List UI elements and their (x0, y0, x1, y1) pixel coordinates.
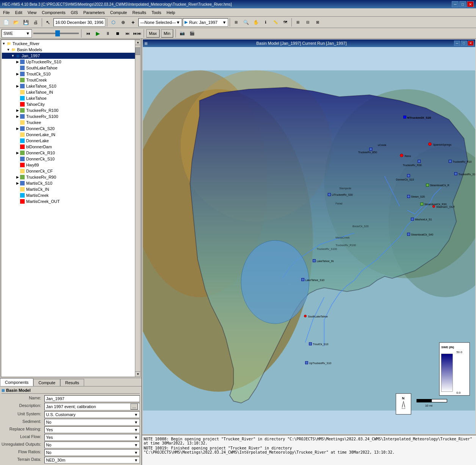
expand-icon[interactable]: ▶ (16, 175, 19, 179)
close-button[interactable]: ✕ (467, 1, 474, 7)
tree-scroll[interactable]: ▼ 📁 Truckee_River ▼ 📁 Basin Models ▼ ⊞ J (1, 40, 140, 377)
expand-basin-icon[interactable]: ▼ (6, 48, 10, 52)
tree-item-truckeery-r90[interactable]: ▶ TruckeeRv_R90 (2, 174, 139, 180)
sediment-dropdown-arrow[interactable]: ▼ (134, 420, 138, 424)
menu-parameters[interactable]: Parameters (81, 9, 107, 16)
tree-item-troutck[interactable]: ▶ TroutCk_S10 (2, 71, 139, 77)
tree-item-donnerck-r10[interactable]: ▶ DonnerCk_R10 (2, 150, 139, 156)
expand-icon[interactable]: ▶ (16, 127, 19, 130)
map-canvas[interactable]: NTruckeeDt_S20 SpanishSprings TruckeeRv_… (143, 47, 475, 434)
play-button[interactable]: ▶ (94, 29, 102, 38)
map-minimize-button[interactable]: ─ (454, 41, 460, 46)
scroll-down-button[interactable]: ▼ (135, 371, 141, 377)
local-flow-dropdown[interactable]: Yes ▼ (44, 434, 140, 441)
zoom-in-button[interactable]: 🔍 (241, 18, 251, 27)
expand-icon[interactable]: ▶ (16, 84, 19, 88)
grid-button[interactable]: ⊞ (293, 18, 302, 27)
terrain-data-dropdown[interactable]: NED_30m ▼ (44, 457, 140, 463)
terrain-data-dropdown-arrow[interactable]: ▼ (134, 458, 138, 462)
flow-ratios-dropdown[interactable]: No ▼ (44, 449, 140, 456)
tree-item-donnerck-s20[interactable]: ▶ DonnerCk_S20 (2, 126, 139, 132)
tree-item-laketahoe-in[interactable]: LakeTahoe_IN (2, 89, 139, 95)
tree-item-truckeery-s100[interactable]: ▶ TruckeeRv_S100 (2, 113, 139, 119)
expand-icon[interactable]: ▶ (16, 108, 19, 112)
expand-jan1997-icon[interactable]: ▼ (11, 54, 15, 58)
menu-edit[interactable]: Edit (13, 9, 25, 16)
tab-components[interactable]: Components (0, 378, 33, 386)
tree-item-martiscreek[interactable]: MartisCreek (2, 192, 139, 198)
none-selected-dropdown[interactable]: —None Selected— ▼ (138, 18, 182, 27)
tree-item-truckee[interactable]: Truckee (2, 119, 139, 126)
replace-missing-dropdown[interactable]: Yes ▼ (44, 426, 140, 433)
description-edit-button[interactable]: … (130, 404, 138, 410)
tree-item-basin-models[interactable]: ▼ 📁 Basin Models (2, 47, 139, 53)
tree-item-donnerck-s10[interactable]: DonnerCk_S10 (2, 156, 139, 162)
min-button[interactable]: Min (161, 29, 173, 38)
unit-system-dropdown[interactable]: U.S. Customary ▼ (44, 411, 140, 418)
measure-button[interactable]: 📏 (271, 18, 280, 27)
menu-components[interactable]: Components (39, 9, 67, 16)
tree-scrollbar[interactable]: ▼ ▲ (135, 40, 140, 377)
expand-icon[interactable]: ▶ (16, 151, 19, 155)
replace-missing-dropdown-arrow[interactable]: ▼ (134, 428, 138, 432)
pan-button[interactable]: ✋ (251, 18, 260, 27)
menu-gis[interactable]: GIS (69, 9, 80, 16)
max-button[interactable]: Max (146, 29, 160, 38)
menu-tools[interactable]: Tools (149, 9, 164, 16)
menu-view[interactable]: View (25, 9, 39, 16)
new-button[interactable]: 📄 (2, 18, 11, 27)
open-button[interactable]: 📂 (11, 18, 20, 27)
local-flow-dropdown-arrow[interactable]: ▼ (134, 435, 138, 440)
flow-ratios-dropdown-arrow[interactable]: ▼ (134, 451, 138, 455)
tree-item-laketahoe-s10[interactable]: ▶ LakeTahoe_S10 (2, 83, 139, 89)
tool1-button[interactable]: ⬡ (109, 18, 118, 27)
menu-file[interactable]: File (1, 9, 12, 16)
tree-item-donnerlake[interactable]: DonnerLake (2, 138, 139, 144)
tree-item-martisck-in[interactable]: MartisCk_IN (2, 186, 139, 192)
map-close-button[interactable]: ✕ (468, 41, 474, 46)
grid2-button[interactable]: ⊟ (303, 18, 312, 27)
menu-compute[interactable]: Compute (108, 9, 130, 16)
expand-icon[interactable]: ▶ (16, 72, 19, 76)
skip-back-button[interactable]: ⏮ (84, 29, 92, 38)
tool2-button[interactable]: ⊕ (119, 18, 128, 27)
tree-item-bldonnerdam[interactable]: blDonnerDam (2, 144, 139, 150)
unregulated-outputs-dropdown[interactable]: No ▼ (44, 441, 140, 448)
tab-compute[interactable]: Compute (33, 379, 60, 386)
skip-forward-button[interactable]: ⏭⏭ (133, 29, 141, 38)
tree-item-hwy89[interactable]: Hwy89 (2, 162, 139, 168)
stop-button[interactable]: ⏹ (113, 29, 122, 38)
tree-item-martiscreek-out[interactable]: MartisCreek_OUT (2, 198, 139, 204)
select-tool-button[interactable]: ↖ (44, 18, 53, 27)
swe-selector[interactable]: SWE ▼ (2, 29, 32, 38)
pause-button[interactable]: ⏸ (103, 29, 112, 38)
tree-item-uptruckeery[interactable]: ▶ UpTruckeeRv_S10 (2, 59, 139, 65)
save-button[interactable]: 💾 (21, 18, 30, 27)
tree-item-troutcreek[interactable]: TroutCreek (2, 77, 139, 83)
tree-item-truckeery-r100[interactable]: ▶ TruckeeRv_R100 (2, 107, 139, 113)
tree-item-root[interactable]: ▼ 📁 Truckee_River (2, 41, 139, 47)
add-button[interactable]: + (128, 18, 138, 27)
tree-item-martisck-s10[interactable]: ▶ MartisCk_S10 (2, 180, 139, 186)
minimize-button[interactable]: ─ (452, 1, 459, 7)
scrollbar-thumb[interactable] (135, 47, 141, 55)
tree-item-tahoecity[interactable]: TahoeCity (2, 101, 139, 107)
zoom-extent-button[interactable]: ⊞ (232, 18, 241, 27)
tree-item-donnerck-cf[interactable]: DonnerCk_CF (2, 168, 139, 174)
legend-button[interactable]: 🗺 (281, 18, 290, 27)
grid3-button[interactable]: ⊠ (313, 18, 322, 27)
tree-item-southlaketahoe[interactable]: SouthLakeTahoe (2, 65, 139, 71)
unit-system-dropdown-arrow[interactable]: ▼ (134, 413, 138, 417)
expand-icon[interactable]: ▶ (16, 60, 19, 64)
unregulated-outputs-dropdown-arrow[interactable]: ▼ (134, 443, 138, 447)
expand-icon[interactable]: ▶ (16, 181, 19, 185)
expand-icon[interactable]: ▶ (16, 115, 19, 118)
tree-item-jan1997[interactable]: ▼ ⊞ Jan_1997 (2, 53, 139, 59)
step-forward-button[interactable]: ⏭ (123, 29, 132, 38)
sediment-dropdown[interactable]: No ▼ (44, 419, 140, 426)
tree-item-donnerlake-in[interactable]: DonnerLake_IN (2, 132, 139, 138)
maximize-button[interactable]: □ (459, 1, 466, 7)
video-button[interactable]: 🎬 (188, 29, 196, 38)
tree-item-laketahoe[interactable]: LakeTahoe (2, 95, 139, 101)
menu-results[interactable]: Results (130, 9, 149, 16)
